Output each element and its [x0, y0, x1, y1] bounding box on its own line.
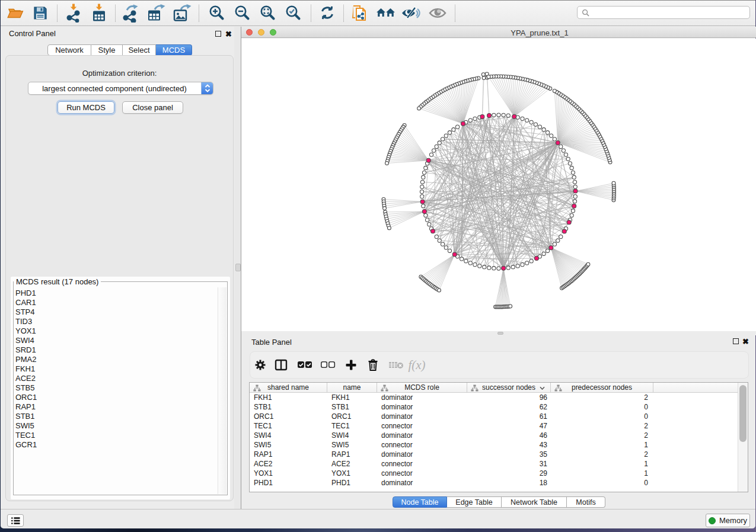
tab-mcds[interactable]: MCDS: [156, 44, 192, 56]
show-all-icon[interactable]: [428, 6, 448, 20]
memory-button[interactable]: Memory: [706, 514, 750, 527]
clone-network-icon[interactable]: [351, 4, 369, 23]
mcds-result-item[interactable]: CAR1: [15, 298, 211, 307]
table-cell: SWI4: [250, 431, 327, 440]
application-window: Control Panel ✖ NetworkStyleSelectMCDS O…: [1, 0, 755, 528]
network-graph: [241, 39, 756, 331]
column-header-shared-name[interactable]: shared name: [250, 383, 327, 392]
apply-layout-icon[interactable]: [318, 4, 336, 22]
table-row[interactable]: ORC1ORC1dominator610: [250, 412, 738, 421]
mcds-result-item[interactable]: GCR1: [15, 440, 211, 450]
export-image-icon[interactable]: [173, 4, 192, 23]
show-panels-button[interactable]: [7, 514, 24, 527]
maximize-window-icon[interactable]: [270, 29, 276, 36]
mcds-result-item[interactable]: FKH1: [15, 364, 211, 374]
add-icon[interactable]: [345, 359, 357, 371]
mcds-result-item[interactable]: ORC1: [15, 393, 211, 402]
table-cell: 46: [467, 431, 551, 440]
search-input[interactable]: [577, 6, 750, 19]
zoom-out-icon[interactable]: [233, 4, 251, 22]
table-row[interactable]: SWI5SWI5connector431: [250, 440, 738, 450]
table-row[interactable]: STB1STB1dominator620: [250, 402, 738, 412]
float-panel-icon[interactable]: [215, 31, 221, 37]
close-panel-icon[interactable]: ✖: [225, 31, 232, 37]
mcds-result-item[interactable]: SRD1: [15, 345, 211, 355]
run-mcds-button[interactable]: Run MCDS: [58, 101, 114, 114]
table-row[interactable]: TEC1TEC1connector472: [250, 421, 738, 431]
table-cell: 1: [551, 469, 653, 478]
table-cell: TEC1: [327, 421, 377, 431]
table-row[interactable]: SWI4SWI4dominator462: [250, 431, 738, 440]
save-session-icon[interactable]: [32, 5, 49, 21]
criterion-dropdown[interactable]: largest connected component (undirected): [28, 82, 213, 95]
close-panel-button[interactable]: Close panel: [122, 101, 183, 114]
delete-icon[interactable]: [367, 358, 379, 371]
mcds-result-item[interactable]: STP4: [15, 307, 211, 317]
mcds-list-scrollbar[interactable]: [218, 287, 227, 494]
table-cell: 2: [551, 421, 653, 431]
table-header: shared namenameMCDS rolesuccessor nodesp…: [250, 383, 738, 393]
table-scrollbar[interactable]: [738, 383, 748, 492]
mcds-result-item[interactable]: RAP1: [15, 402, 211, 412]
horizontal-splitter-handle[interactable]: [497, 332, 503, 335]
memory-label: Memory: [719, 516, 747, 525]
tab-edge-table[interactable]: Edge Table: [447, 496, 502, 508]
vertical-splitter-handle[interactable]: [235, 264, 241, 271]
mcds-result-item[interactable]: STB5: [15, 383, 211, 393]
table-row[interactable]: RAP1RAP1dominator352: [250, 450, 738, 459]
tab-style[interactable]: Style: [91, 44, 123, 56]
tab-select[interactable]: Select: [123, 44, 156, 56]
table-row[interactable]: YOX1YOX1connector291: [250, 469, 738, 478]
table-row[interactable]: ACE2ACE2connector311: [250, 459, 738, 469]
nested-networks-icon[interactable]: [376, 5, 396, 21]
import-table-icon[interactable]: [90, 4, 108, 23]
mcds-result-item[interactable]: TID3: [15, 317, 211, 326]
mcds-result-item[interactable]: STB1: [15, 412, 211, 421]
select-all-icon[interactable]: [297, 361, 312, 369]
zoom-fit-icon[interactable]: [259, 4, 276, 22]
column-header-MCDS-role[interactable]: MCDS role: [377, 383, 467, 392]
show-columns-icon[interactable]: [275, 359, 288, 371]
close-table-panel-icon[interactable]: ✖: [742, 338, 749, 345]
mcds-result-item[interactable]: YOX1: [15, 326, 211, 336]
close-window-icon[interactable]: [246, 29, 253, 36]
network-canvas[interactable]: [241, 39, 756, 331]
new-network-icon[interactable]: [121, 4, 140, 23]
mcds-result-item[interactable]: TEC1: [15, 431, 211, 440]
table-cell: TEC1: [250, 421, 327, 431]
tab-node-table[interactable]: Node Table: [393, 496, 447, 508]
table-scrollbar-thumb[interactable]: [739, 385, 747, 442]
zoom-in-icon[interactable]: [208, 4, 225, 22]
table-row[interactable]: PHD1PHD1dominator180: [250, 478, 738, 488]
column-settings-icon[interactable]: [254, 358, 267, 371]
zoom-selected-icon[interactable]: [284, 4, 302, 22]
mcds-result-item[interactable]: PHD1: [15, 289, 211, 298]
hide-selected-icon[interactable]: [401, 5, 421, 21]
mcds-result-item[interactable]: SWI4: [15, 336, 211, 345]
shared-column-icon: [381, 384, 388, 392]
import-network-icon[interactable]: [65, 4, 82, 23]
open-file-icon[interactable]: [7, 5, 24, 21]
export-table-icon[interactable]: [146, 4, 165, 23]
column-label: predecessor nodes: [572, 383, 632, 392]
deselect-all-icon[interactable]: [320, 361, 336, 369]
tab-motifs[interactable]: Motifs: [567, 496, 605, 508]
network-window-titlebar[interactable]: [241, 27, 756, 38]
table-cell: SWI5: [250, 440, 327, 450]
mcds-result-item[interactable]: SWI5: [15, 421, 211, 431]
column-header-name[interactable]: name: [327, 383, 377, 392]
tab-network[interactable]: Network: [47, 44, 91, 56]
mcds-result-list[interactable]: PHD1CAR1STP4TID3YOX1SWI4SRD1PMA2FKH1ACE2…: [15, 289, 211, 450]
float-table-panel-icon[interactable]: [733, 338, 739, 344]
table-cell: 47: [467, 421, 551, 431]
table-cell: RAP1: [327, 450, 377, 459]
table-cell: connector: [377, 421, 467, 431]
column-header-predecessor-nodes[interactable]: predecessor nodes: [551, 383, 653, 392]
mcds-result-item[interactable]: PMA2: [15, 355, 211, 364]
table-row[interactable]: FKH1FKH1dominator962: [250, 393, 738, 402]
column-header-successor-nodes[interactable]: successor nodes: [467, 383, 551, 392]
mcds-tab-content: Optimization criterion: largest connecte…: [5, 55, 234, 501]
tab-network-table[interactable]: Network Table: [502, 496, 567, 508]
minimize-window-icon[interactable]: [258, 29, 264, 36]
mcds-result-item[interactable]: ACE2: [15, 374, 211, 383]
